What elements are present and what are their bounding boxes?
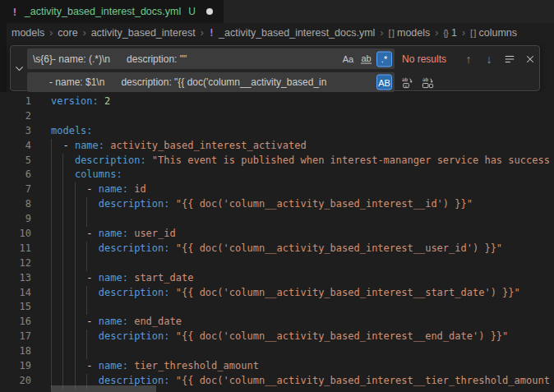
breadcrumb-item[interactable]: models — [12, 27, 44, 39]
indent-guide — [62, 286, 63, 301]
match-case-button[interactable]: Aa — [340, 51, 356, 67]
indent-guide — [75, 300, 76, 315]
breadcrumb-item[interactable]: activity_based_interest — [91, 27, 196, 39]
breadcrumb-separator: › — [201, 27, 204, 39]
breadcrumb: models›core›activity_based_interest›!_ac… — [0, 23, 554, 42]
code-line[interactable]: 1version: 2 — [0, 95, 554, 109]
replace-options: AB — [376, 75, 392, 90]
next-match-button[interactable]: ↓ — [481, 51, 497, 67]
line-number: 4 — [0, 139, 31, 154]
indent-guide — [51, 197, 52, 212]
code-line[interactable]: 12 — [0, 256, 554, 271]
code-line[interactable]: 9 — [0, 212, 554, 227]
close-find-button[interactable] — [522, 51, 538, 67]
code-editor[interactable]: 1version: 223models:4 - name: activity_b… — [0, 92, 554, 392]
indent-guide — [51, 154, 52, 168]
replace-all-icon: ab — [422, 76, 434, 89]
line-number: 16 — [0, 315, 31, 330]
previous-match-button[interactable]: ↑ — [460, 51, 477, 67]
line-number: 12 — [0, 256, 31, 271]
breadcrumb-label: activity_based_interest — [91, 27, 196, 39]
code-line[interactable]: 3models: — [0, 124, 554, 139]
line-number: 9 — [0, 212, 31, 227]
symbol-array-icon: [ ] — [470, 28, 476, 38]
indent-guide — [75, 344, 76, 359]
line-number: 6 — [0, 168, 31, 182]
line-number: 11 — [0, 242, 31, 256]
code-line-content: description: "{{ doc('column__activity_b… — [51, 330, 508, 344]
indent-guide — [62, 271, 63, 286]
replace-input[interactable] — [27, 72, 395, 92]
breadcrumb-separator: › — [83, 27, 86, 39]
breadcrumb-label: _activity_based_interest_docs.yml — [219, 27, 375, 39]
code-line[interactable]: 11 description: "{{ doc('column__activit… — [0, 242, 554, 256]
line-number: 20 — [0, 374, 31, 389]
indent-guide — [62, 256, 63, 271]
symbol-array-icon: [ ] — [388, 28, 394, 38]
whole-word-button[interactable]: ab — [358, 51, 374, 67]
find-input[interactable] — [27, 48, 395, 69]
indent-guide — [62, 168, 63, 182]
indent-guide — [51, 168, 52, 182]
replace-all-button[interactable]: ab — [419, 74, 436, 90]
horizontal-scrollbar[interactable] — [51, 385, 156, 392]
breadcrumb-item[interactable]: core — [58, 27, 77, 39]
code-line[interactable]: 4 - name: activity_based_interest_activa… — [0, 139, 554, 154]
line-number: 14 — [0, 286, 31, 301]
code-line[interactable]: 7 - name: id — [0, 182, 554, 197]
code-line[interactable]: 2 — [0, 109, 554, 124]
code-line[interactable]: 13 - name: start_date — [0, 271, 554, 286]
code-line-content: models: — [51, 124, 93, 139]
find-in-selection-button[interactable] — [501, 51, 518, 67]
breadcrumb-item[interactable]: [ ]columns — [470, 27, 517, 39]
breadcrumb-label: columns — [479, 27, 518, 39]
breadcrumb-item[interactable]: {}1 — [443, 27, 457, 39]
replace-icon: ab c — [401, 76, 413, 89]
breadcrumb-label: core — [58, 27, 77, 39]
regex-button[interactable]: .* — [376, 51, 392, 67]
code-line[interactable]: 19 - name: tier_threshold_amount — [0, 359, 554, 374]
line-number: 2 — [0, 109, 31, 124]
indent-guide — [75, 330, 76, 344]
editor-group-left-edge — [0, 0, 7, 92]
line-number: 13 — [0, 271, 31, 286]
svg-text:c: c — [404, 82, 407, 87]
indent-guide — [62, 197, 63, 212]
indent-guide — [86, 256, 87, 271]
line-number: 15 — [0, 300, 31, 315]
find-input-wrap: Aa ab .* — [27, 48, 395, 69]
code-line[interactable]: 15 — [0, 300, 554, 315]
code-line[interactable]: 10 - name: user_id — [0, 227, 554, 242]
indent-guide — [51, 242, 52, 256]
preserve-case-button[interactable]: AB — [376, 75, 392, 90]
indent-guide — [51, 315, 52, 330]
breadcrumb-item[interactable]: [ ]models — [388, 27, 430, 39]
code-line[interactable]: 5 description: "This event is published … — [0, 154, 554, 168]
code-line[interactable]: 8 description: "{{ doc('column__activity… — [0, 197, 554, 212]
indent-guide — [62, 227, 63, 242]
yaml-file-icon: ! — [12, 6, 18, 18]
code-line[interactable]: 16 - name: end_date — [0, 315, 554, 330]
editor-tab[interactable]: ! _activity_based_interest_docs.yml U — [0, 0, 224, 23]
symbol-object-icon: {} — [443, 28, 448, 38]
code-line[interactable]: 17 description: "{{ doc('column__activit… — [0, 330, 554, 344]
unsaved-changes-icon[interactable] — [206, 8, 213, 15]
indent-guide — [86, 344, 87, 359]
chevron-down-icon — [15, 64, 24, 73]
replace-button[interactable]: ab c — [399, 74, 415, 90]
indent-guide — [62, 154, 63, 168]
code-line[interactable]: 6 columns: — [0, 168, 554, 182]
breadcrumb-label: 1 — [451, 27, 457, 39]
svg-text:ab: ab — [401, 76, 408, 82]
toggle-replace-button[interactable] — [11, 46, 27, 90]
indent-guide — [51, 139, 52, 154]
line-number: 1 — [0, 95, 31, 109]
code-line[interactable]: 14 description: "{{ doc('column__activit… — [0, 286, 554, 301]
code-line[interactable]: 18 — [0, 344, 554, 359]
indent-guide — [86, 197, 87, 212]
indent-guide — [86, 330, 87, 344]
breadcrumb-item[interactable]: !_activity_based_interest_docs.yml — [209, 27, 376, 39]
indent-guide — [75, 212, 76, 227]
line-number: 8 — [0, 197, 31, 212]
line-number: 18 — [0, 344, 31, 359]
